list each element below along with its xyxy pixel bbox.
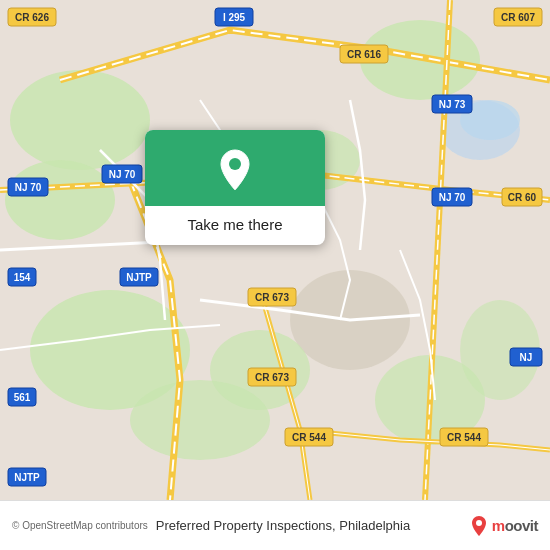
svg-point-8 xyxy=(130,380,270,460)
popup[interactable]: Take me there xyxy=(145,130,325,245)
svg-point-50 xyxy=(476,520,482,526)
svg-text:CR 673: CR 673 xyxy=(255,292,289,303)
popup-header xyxy=(145,130,325,206)
svg-text:NJ 73: NJ 73 xyxy=(439,99,466,110)
svg-text:561: 561 xyxy=(14,392,31,403)
svg-text:CR 616: CR 616 xyxy=(347,49,381,60)
svg-text:CR 673: CR 673 xyxy=(255,372,289,383)
take-me-there-button[interactable]: Take me there xyxy=(171,206,298,245)
moovit-pin-icon xyxy=(470,515,488,537)
svg-text:I 295: I 295 xyxy=(223,12,246,23)
svg-text:CR 607: CR 607 xyxy=(501,12,535,23)
svg-text:CR 544: CR 544 xyxy=(447,432,481,443)
moovit-logo: moovit xyxy=(470,515,538,537)
moovit-brand-text: moovit xyxy=(492,517,538,534)
svg-text:CR 626: CR 626 xyxy=(15,12,49,23)
svg-point-2 xyxy=(5,160,115,240)
svg-text:CR 60: CR 60 xyxy=(508,192,537,203)
svg-text:154: 154 xyxy=(14,272,31,283)
svg-point-49 xyxy=(229,158,241,170)
svg-point-1 xyxy=(10,70,150,170)
svg-text:NJ 70: NJ 70 xyxy=(109,169,136,180)
location-pin-icon xyxy=(217,148,253,192)
svg-text:NJ 70: NJ 70 xyxy=(15,182,42,193)
svg-text:NJ: NJ xyxy=(520,352,533,363)
location-name: Preferred Property Inspections, Philadel… xyxy=(156,518,462,533)
map-container: CR 626 I 295 CR 607 CR 616 NJ 70 NJ 70 N… xyxy=(0,0,550,500)
svg-text:NJTP: NJTP xyxy=(14,472,40,483)
svg-text:NJTP: NJTP xyxy=(126,272,152,283)
map-svg: CR 626 I 295 CR 607 CR 616 NJ 70 NJ 70 N… xyxy=(0,0,550,500)
svg-text:CR 544: CR 544 xyxy=(292,432,326,443)
copyright-text: © OpenStreetMap contributors xyxy=(12,520,148,531)
svg-text:NJ 70: NJ 70 xyxy=(439,192,466,203)
bottom-bar: © OpenStreetMap contributors Preferred P… xyxy=(0,500,550,550)
